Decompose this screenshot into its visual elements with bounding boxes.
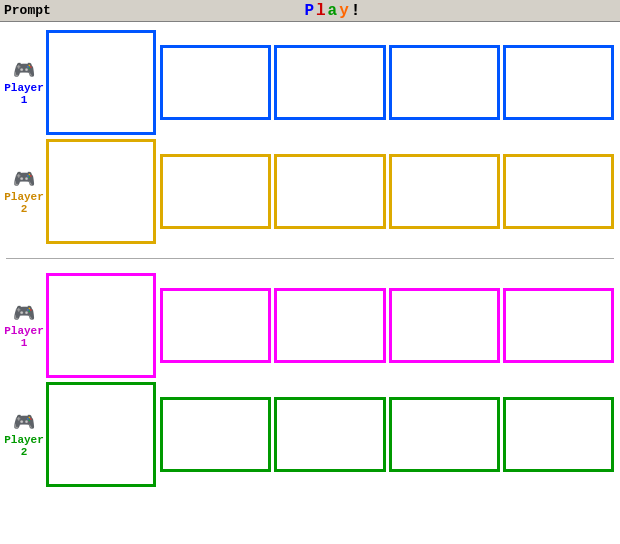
indoor-p1-big-frame <box>46 273 156 378</box>
indoor-p2-big-canvas <box>49 385 153 484</box>
player2-label-indoor: Player 2 <box>4 434 44 458</box>
forest-p2-big-frame <box>46 139 156 244</box>
indoor-p1-small-canvas-2 <box>277 291 382 360</box>
forest-p2-frame-2 <box>274 154 385 229</box>
forest-p2-small-canvas-1 <box>163 157 268 226</box>
player2-label-area-forest: 🎮 Player 2 <box>6 168 42 215</box>
indoor-p1-frame-4 <box>503 288 614 363</box>
indoor-p1-big-canvas <box>49 276 153 375</box>
indoor-p1-frame-3 <box>389 288 500 363</box>
forest-player2-row: 🎮 Player 2 <box>6 139 614 244</box>
forest-p2-small-frames <box>160 154 614 229</box>
gamepad-icon-p1-indoor: 🎮 <box>13 302 35 324</box>
forest-p1-small-canvas-4 <box>506 48 611 117</box>
indoor-player2-row: 🎮 Player 2 <box>6 382 614 487</box>
header-bar: Prompt Play! <box>0 0 620 22</box>
forest-p1-small-frames <box>160 45 614 120</box>
forest-p2-small-canvas-4 <box>506 157 611 226</box>
indoor-section: 🎮 Player 1 <box>6 273 614 487</box>
indoor-p1-small-canvas-4 <box>506 291 611 360</box>
indoor-player1-row: 🎮 Player 1 <box>6 273 614 378</box>
forest-p1-frame-2 <box>274 45 385 120</box>
gamepad-icon-p2-forest: 🎮 <box>13 168 35 190</box>
indoor-p2-small-canvas-2 <box>277 400 382 469</box>
player1-label-forest: Player 1 <box>4 82 44 106</box>
forest-p1-big-frame <box>46 30 156 135</box>
indoor-p2-big-frame <box>46 382 156 487</box>
indoor-p2-small-canvas-4 <box>506 400 611 469</box>
indoor-p1-small-canvas-1 <box>163 291 268 360</box>
indoor-p2-frame-4 <box>503 397 614 472</box>
forest-p1-big-canvas <box>49 33 153 132</box>
forest-p2-small-canvas-2 <box>277 157 382 226</box>
forest-p2-small-canvas-3 <box>392 157 497 226</box>
prompt-label: Prompt <box>4 3 51 18</box>
indoor-p1-small-frames <box>160 288 614 363</box>
section-separator <box>6 258 614 259</box>
forest-p1-small-canvas-3 <box>392 48 497 117</box>
forest-p1-small-canvas-2 <box>277 48 382 117</box>
player2-label-area-indoor: 🎮 Player 2 <box>6 411 42 458</box>
player2-label-forest: Player 2 <box>4 191 44 215</box>
player1-label-indoor: Player 1 <box>4 325 44 349</box>
forest-p1-frame-4 <box>503 45 614 120</box>
indoor-p2-small-canvas-3 <box>392 400 497 469</box>
forest-player1-row: 🎮 Player 1 <box>6 30 614 135</box>
indoor-p1-small-canvas-3 <box>392 291 497 360</box>
gamepad-icon-p1-forest: 🎮 <box>13 59 35 81</box>
indoor-p2-frame-2 <box>274 397 385 472</box>
gamepad-icon-p2-indoor: 🎮 <box>13 411 35 433</box>
forest-p1-frame-3 <box>389 45 500 120</box>
forest-p1-small-canvas-1 <box>163 48 268 117</box>
main-content: 🎮 Player 1 <box>0 22 620 544</box>
forest-p2-frame-1 <box>160 154 271 229</box>
forest-section: 🎮 Player 1 <box>6 30 614 244</box>
indoor-p2-frame-1 <box>160 397 271 472</box>
indoor-p2-small-canvas-1 <box>163 400 268 469</box>
player1-label-area: 🎮 Player 1 <box>6 59 42 106</box>
player1-label-area-indoor: 🎮 Player 1 <box>6 302 42 349</box>
indoor-p1-frame-2 <box>274 288 385 363</box>
indoor-p1-frame-1 <box>160 288 271 363</box>
forest-p1-frame-1 <box>160 45 271 120</box>
forest-p2-big-canvas <box>49 142 153 241</box>
forest-p2-frame-4 <box>503 154 614 229</box>
indoor-p2-frame-3 <box>389 397 500 472</box>
title: Play! <box>51 2 616 20</box>
indoor-p2-small-frames <box>160 397 614 472</box>
forest-p2-frame-3 <box>389 154 500 229</box>
